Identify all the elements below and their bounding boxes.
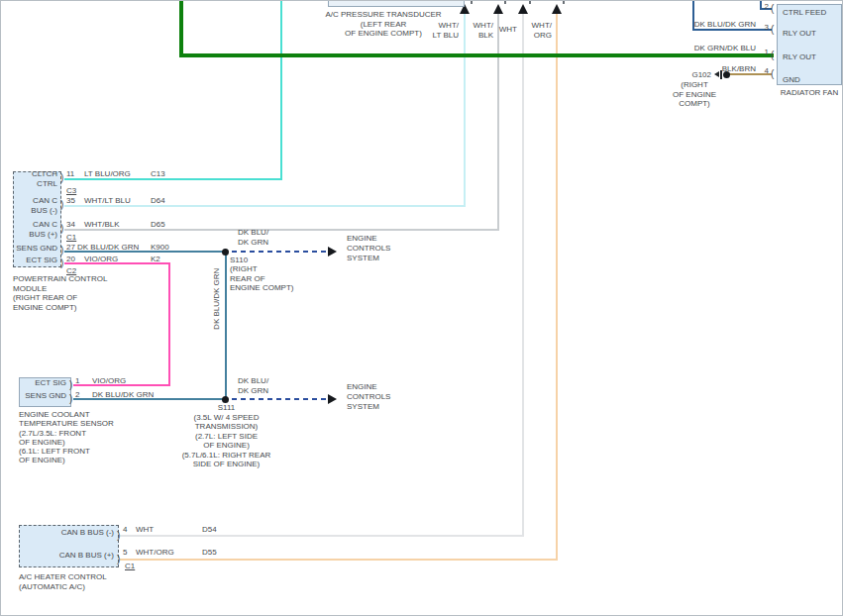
arrow-wht <box>518 4 528 14</box>
ac-row2-bracket: ) <box>117 554 120 565</box>
pcm-row3-circuit: D65 <box>151 220 165 230</box>
tick-wht-org <box>563 1 565 4</box>
ect-row1-wire: VIO/ORG <box>92 376 126 386</box>
ect-row2-wire: DK BLU/DK GRN <box>92 390 154 400</box>
label-wht-blk: WHT/BLK <box>474 21 493 40</box>
radiator-fan-pin3-label: RLY OUT <box>783 29 816 39</box>
ac-pressure-transducer-box <box>328 0 465 7</box>
ect-row1-pin: 1 <box>75 376 79 386</box>
pcm-row4-label: SENS GND <box>16 244 57 254</box>
wiring-diagram: A/C PRESSURE TRANSDUCER (LEFT REAR OF EN… <box>0 0 843 616</box>
radiator-fan-pin1-num: 1 <box>765 48 769 57</box>
pcm-row1-label: CLTCHCTRL <box>32 169 57 188</box>
splice-s110-dot <box>222 249 229 256</box>
ect-name: ENGINE COOLANTTEMPERATURE SENSOR (2.7L/3… <box>19 410 114 465</box>
pcm-row5-wire: VIO/ORG <box>84 255 118 264</box>
ac-row2-wire: WHT/ORG <box>136 548 174 558</box>
pcm-row2-pin: 35 <box>66 196 75 206</box>
radiator-fan-pin1-label: RLY OUT <box>783 52 816 62</box>
pcm-row4-pin: 27 <box>66 243 75 253</box>
label-wht-org: WHT/ORG <box>532 21 552 40</box>
arrow-wht-blk <box>493 4 503 14</box>
pcm-connector-c3: C3 <box>66 186 76 196</box>
wire-wht-horizontal <box>120 535 524 537</box>
wire-dashed-s111 <box>232 398 327 400</box>
pcm-row5-pin: 20 <box>66 255 75 264</box>
wire-dk-grn-dk-blu-vertical <box>179 1 183 57</box>
label-wht-lt-blu: WHT/LT BLU <box>433 21 459 40</box>
pcm-row2-label: CAN CBUS (-) <box>31 196 57 215</box>
ground-symbol-bar <box>720 70 722 79</box>
ect-row2-bracket: ) <box>69 393 72 404</box>
wire-wht-org-horizontal <box>120 559 558 561</box>
pcm-row4-circuit: K900 <box>151 243 169 253</box>
pcm-row1-circuit: C13 <box>151 169 165 179</box>
tick-wht-blk <box>504 1 506 4</box>
ground-symbol-dot <box>723 71 730 78</box>
ect-row2-pin: 2 <box>75 390 79 400</box>
ac-row2-circuit: D55 <box>202 548 217 558</box>
radiator-fan-pin4-num: 4 <box>765 66 769 76</box>
pcm-row5-bracket: ) <box>60 257 63 268</box>
ac-row1-pin: 4 <box>123 525 127 535</box>
pcm-row5-label: ECT SIG <box>26 256 57 265</box>
tick-wht-lt-blu <box>471 1 473 4</box>
pcm-row3-wire: WHT/BLK <box>84 220 120 230</box>
wire-wht-blk-vertical <box>497 14 499 231</box>
wire-dk-grn-dk-blu-horizontal <box>179 53 774 57</box>
ac-row1-bracket: ) <box>117 530 120 541</box>
wire-dk-blu-dk-grn-vertical <box>225 251 227 401</box>
pcm-row4-bracket: ) <box>60 245 63 256</box>
pcm-row2-bracket: ) <box>60 199 63 210</box>
radiator-fan-pin3-bracket: ( <box>771 24 774 35</box>
ac-connector-c1: C1 <box>125 562 135 571</box>
radiator-fan-name: RADIATOR FAN <box>767 88 843 98</box>
ac-row1-label: CAN B BUS (-) <box>61 528 114 538</box>
arrow-wht-org <box>552 4 562 14</box>
ac-heater-name: A/C HEATER CONTROL(AUTOMATIC A/C) <box>19 572 107 591</box>
s110-wire-label: DK BLU/DK GRN <box>238 228 268 247</box>
ac-row1-wire: WHT <box>136 525 154 535</box>
engine-controls-system-top: ENGINE CONTROLS SYSTEM <box>347 234 390 263</box>
pcm-row2-circuit: D64 <box>151 196 165 206</box>
ground-g102-location: (RIGHT OF ENGINE COMPT) <box>655 80 734 109</box>
pcm-row1-wire: LT BLU/ORG <box>84 169 131 179</box>
ac-row1-circuit: D54 <box>202 525 217 535</box>
pcm-connector-c1: C1 <box>66 233 76 243</box>
pcm-row1-bracket: ) <box>60 172 63 183</box>
ground-symbol-triangle <box>714 71 719 77</box>
wire-wht-blk-horizontal <box>64 229 499 231</box>
s110-label: S110(RIGHT REAR OFENGINE COMPT) <box>230 256 293 293</box>
radiator-fan-pin2-bracket: ( <box>771 3 774 14</box>
splice-s111-dot <box>222 396 229 403</box>
radiator-fan-pin2-label: CTRL FEED <box>783 8 826 18</box>
wire-wht-lt-blu-vertical <box>464 14 466 207</box>
radiator-fan-pin4-label: GND <box>783 75 800 85</box>
wire-dashed-s110 <box>232 251 327 253</box>
radiator-fan-pin4-bracket: ( <box>771 68 774 79</box>
pcm-row3-pin: 34 <box>66 220 75 230</box>
wire-lt-blu-org-vertical <box>280 1 282 179</box>
pcm-row5-circuit: K2 <box>151 255 160 264</box>
wire-vio-org-vertical <box>168 262 170 386</box>
label-dk-blu-dk-grn: DK BLU/DK GRN <box>694 20 756 30</box>
ect-row1-label: ECT SIG <box>35 378 66 388</box>
ac-row2-label: CAN B BUS (+) <box>59 551 114 561</box>
vertical-wire-label: DK BLU/DK GRN <box>212 264 222 334</box>
radiator-fan-pin3-num: 3 <box>765 23 769 33</box>
pcm-row2-wire: WHT/LT BLU <box>84 196 131 206</box>
pcm-row1-pin: 11 <box>66 169 74 179</box>
engine-controls-system-bottom: ENGINE CONTROLS SYSTEM <box>347 382 390 412</box>
ac-row2-pin: 5 <box>123 548 127 558</box>
pcm-row4-wire: DK BLU/DK GRN <box>77 243 139 253</box>
arrow-engine-controls-top <box>328 247 337 257</box>
pcm-row3-bracket: ) <box>60 223 63 234</box>
radiator-fan-pin1-bracket: ( <box>771 50 774 60</box>
s111-label: S111 (3.5L W/ 4 SPEEDTRANSMISSION) (2.7L… <box>155 403 298 469</box>
label-dk-grn-dk-blu: DK GRN/DK BLU <box>694 44 756 53</box>
label-wht: WHT <box>499 25 517 35</box>
radiator-fan-pin2-num: 2 <box>765 2 769 12</box>
ect-row1-bracket: ) <box>69 379 72 390</box>
wire-wht-vertical <box>522 14 524 537</box>
pcm-row3-label: CAN CBUS (+) <box>29 220 57 239</box>
